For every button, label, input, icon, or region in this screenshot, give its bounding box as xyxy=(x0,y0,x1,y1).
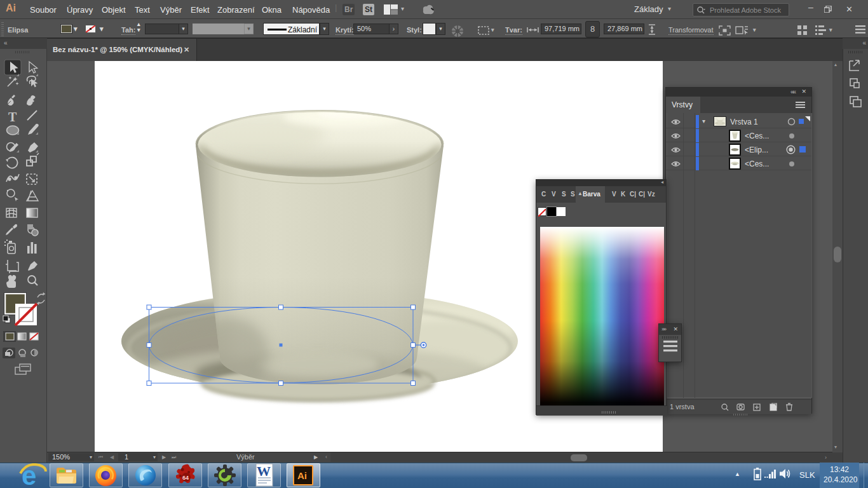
svg-text:64: 64 xyxy=(182,475,189,481)
svg-text:T: T xyxy=(8,110,17,124)
svg-text:W: W xyxy=(257,463,271,479)
